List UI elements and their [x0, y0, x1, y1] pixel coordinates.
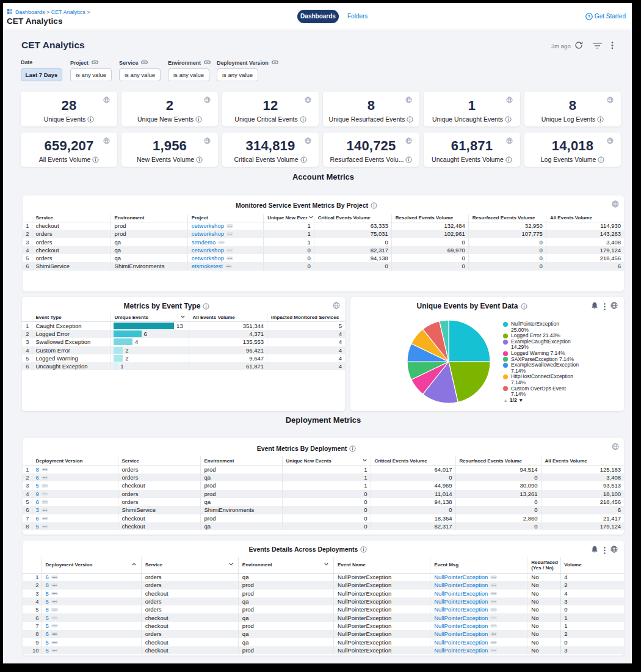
svg-text:?: ?: [588, 13, 591, 19]
